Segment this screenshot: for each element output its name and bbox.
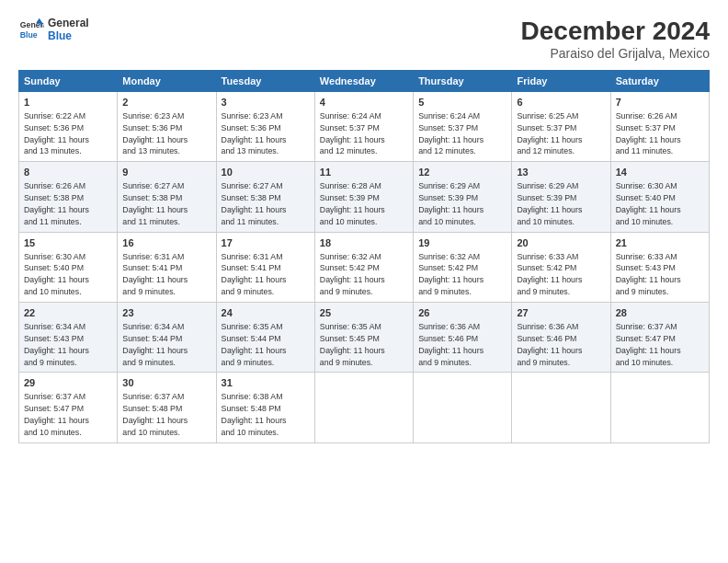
day-number: 6 [517, 96, 605, 109]
calendar-cell: 18Sunrise: 6:32 AMSunset: 5:42 PMDayligh… [314, 232, 413, 302]
calendar-cell [414, 373, 512, 442]
day-info: Sunrise: 6:27 AMSunset: 5:38 PMDaylight:… [222, 181, 287, 226]
calendar-cell: 23Sunrise: 6:34 AMSunset: 5:44 PMDayligh… [118, 303, 216, 373]
day-info: Sunrise: 6:29 AMSunset: 5:39 PMDaylight:… [517, 181, 582, 226]
day-info: Sunrise: 6:38 AMSunset: 5:48 PMDaylight:… [222, 392, 287, 437]
logo-line1: General [48, 17, 89, 29]
calendar-cell: 6Sunrise: 6:25 AMSunset: 5:37 PMDaylight… [512, 92, 610, 162]
day-info: Sunrise: 6:37 AMSunset: 5:47 PMDaylight:… [616, 322, 681, 367]
col-header-monday: Monday [118, 71, 216, 92]
calendar-cell: 4Sunrise: 6:24 AMSunset: 5:37 PMDaylight… [314, 92, 413, 162]
day-info: Sunrise: 6:34 AMSunset: 5:44 PMDaylight:… [122, 322, 188, 367]
day-number: 10 [222, 166, 310, 179]
svg-text:Blue: Blue [20, 30, 38, 40]
calendar-cell: 26Sunrise: 6:36 AMSunset: 5:46 PMDayligh… [414, 303, 512, 373]
day-number: 27 [517, 306, 605, 320]
header: General Blue General Blue December 2024 … [18, 17, 710, 61]
day-number: 23 [122, 306, 210, 320]
week-row-4: 22Sunrise: 6:34 AMSunset: 5:43 PMDayligh… [19, 303, 710, 373]
calendar-cell: 10Sunrise: 6:27 AMSunset: 5:38 PMDayligh… [216, 162, 314, 232]
calendar-body: 1Sunrise: 6:22 AMSunset: 5:36 PMDaylight… [19, 92, 710, 443]
day-info: Sunrise: 6:24 AMSunset: 5:37 PMDaylight:… [418, 111, 483, 156]
day-number: 2 [122, 96, 210, 109]
day-info: Sunrise: 6:24 AMSunset: 5:37 PMDaylight:… [320, 111, 385, 156]
day-number: 1 [24, 96, 112, 109]
calendar-cell: 16Sunrise: 6:31 AMSunset: 5:41 PMDayligh… [118, 232, 216, 302]
day-info: Sunrise: 6:33 AMSunset: 5:42 PMDaylight:… [517, 252, 582, 297]
calendar-cell: 17Sunrise: 6:31 AMSunset: 5:41 PMDayligh… [216, 232, 314, 302]
calendar-cell: 20Sunrise: 6:33 AMSunset: 5:42 PMDayligh… [512, 232, 610, 302]
day-number: 30 [122, 376, 210, 390]
day-info: Sunrise: 6:32 AMSunset: 5:42 PMDaylight:… [418, 252, 483, 297]
col-header-thursday: Thursday [414, 71, 512, 92]
day-number: 11 [320, 166, 408, 179]
calendar-cell: 11Sunrise: 6:28 AMSunset: 5:39 PMDayligh… [314, 162, 413, 232]
day-info: Sunrise: 6:30 AMSunset: 5:40 PMDaylight:… [24, 252, 89, 297]
day-info: Sunrise: 6:33 AMSunset: 5:43 PMDaylight:… [616, 252, 681, 297]
day-info: Sunrise: 6:34 AMSunset: 5:43 PMDaylight:… [24, 322, 89, 367]
calendar-cell: 2Sunrise: 6:23 AMSunset: 5:36 PMDaylight… [118, 92, 216, 162]
calendar-cell: 30Sunrise: 6:37 AMSunset: 5:48 PMDayligh… [118, 373, 216, 442]
calendar-cell [314, 373, 413, 442]
day-number: 20 [517, 236, 605, 250]
calendar-cell: 14Sunrise: 6:30 AMSunset: 5:40 PMDayligh… [610, 162, 709, 232]
calendar-cell: 22Sunrise: 6:34 AMSunset: 5:43 PMDayligh… [19, 303, 118, 373]
day-number: 5 [418, 96, 506, 109]
calendar-title: December 2024 [521, 17, 710, 46]
day-number: 31 [222, 376, 310, 390]
day-number: 26 [418, 306, 506, 320]
col-header-wednesday: Wednesday [314, 71, 413, 92]
day-number: 28 [616, 306, 704, 320]
day-info: Sunrise: 6:26 AMSunset: 5:37 PMDaylight:… [616, 111, 681, 156]
week-row-5: 29Sunrise: 6:37 AMSunset: 5:47 PMDayligh… [19, 373, 710, 442]
day-number: 18 [320, 236, 408, 250]
logo-icon: General Blue [18, 17, 44, 42]
col-header-friday: Friday [512, 71, 610, 92]
week-row-1: 1Sunrise: 6:22 AMSunset: 5:36 PMDaylight… [19, 92, 710, 162]
calendar-cell: 25Sunrise: 6:35 AMSunset: 5:45 PMDayligh… [314, 303, 413, 373]
day-info: Sunrise: 6:28 AMSunset: 5:39 PMDaylight:… [320, 181, 385, 226]
day-number: 8 [24, 166, 112, 179]
calendar-cell: 3Sunrise: 6:23 AMSunset: 5:36 PMDaylight… [216, 92, 314, 162]
week-row-2: 8Sunrise: 6:26 AMSunset: 5:38 PMDaylight… [19, 162, 710, 232]
week-row-3: 15Sunrise: 6:30 AMSunset: 5:40 PMDayligh… [19, 232, 710, 302]
day-number: 4 [320, 96, 408, 109]
calendar-cell: 7Sunrise: 6:26 AMSunset: 5:37 PMDaylight… [610, 92, 709, 162]
day-info: Sunrise: 6:31 AMSunset: 5:41 PMDaylight:… [222, 252, 287, 297]
col-header-tuesday: Tuesday [216, 71, 314, 92]
day-number: 17 [222, 236, 310, 250]
day-info: Sunrise: 6:36 AMSunset: 5:46 PMDaylight:… [517, 322, 582, 367]
logo: General Blue General Blue [18, 17, 89, 43]
title-block: December 2024 Paraiso del Grijalva, Mexi… [521, 17, 710, 61]
calendar-cell: 1Sunrise: 6:22 AMSunset: 5:36 PMDaylight… [19, 92, 118, 162]
day-number: 24 [222, 306, 310, 320]
day-info: Sunrise: 6:35 AMSunset: 5:45 PMDaylight:… [320, 322, 385, 367]
day-number: 3 [222, 96, 310, 109]
calendar-cell: 21Sunrise: 6:33 AMSunset: 5:43 PMDayligh… [610, 232, 709, 302]
logo-line2: Blue [48, 29, 89, 42]
calendar-cell: 29Sunrise: 6:37 AMSunset: 5:47 PMDayligh… [19, 373, 118, 442]
calendar-cell [610, 373, 709, 442]
day-number: 19 [418, 236, 506, 250]
day-info: Sunrise: 6:31 AMSunset: 5:41 PMDaylight:… [122, 252, 188, 297]
calendar-cell: 9Sunrise: 6:27 AMSunset: 5:38 PMDaylight… [118, 162, 216, 232]
day-info: Sunrise: 6:35 AMSunset: 5:44 PMDaylight:… [222, 322, 287, 367]
day-number: 14 [616, 166, 704, 179]
calendar-cell: 24Sunrise: 6:35 AMSunset: 5:44 PMDayligh… [216, 303, 314, 373]
day-number: 25 [320, 306, 408, 320]
day-info: Sunrise: 6:27 AMSunset: 5:38 PMDaylight:… [122, 181, 188, 226]
day-info: Sunrise: 6:23 AMSunset: 5:36 PMDaylight:… [222, 111, 287, 156]
col-header-sunday: Sunday [19, 71, 118, 92]
day-number: 21 [616, 236, 704, 250]
calendar-cell: 28Sunrise: 6:37 AMSunset: 5:47 PMDayligh… [610, 303, 709, 373]
calendar-table: SundayMondayTuesdayWednesdayThursdayFrid… [18, 70, 710, 443]
day-number: 22 [24, 306, 112, 320]
day-number: 16 [122, 236, 210, 250]
day-info: Sunrise: 6:37 AMSunset: 5:48 PMDaylight:… [122, 392, 188, 437]
day-info: Sunrise: 6:29 AMSunset: 5:39 PMDaylight:… [418, 181, 483, 226]
day-info: Sunrise: 6:32 AMSunset: 5:42 PMDaylight:… [320, 252, 385, 297]
calendar-cell: 19Sunrise: 6:32 AMSunset: 5:42 PMDayligh… [414, 232, 512, 302]
day-info: Sunrise: 6:22 AMSunset: 5:36 PMDaylight:… [24, 111, 89, 156]
day-info: Sunrise: 6:23 AMSunset: 5:36 PMDaylight:… [122, 111, 188, 156]
calendar-cell: 31Sunrise: 6:38 AMSunset: 5:48 PMDayligh… [216, 373, 314, 442]
